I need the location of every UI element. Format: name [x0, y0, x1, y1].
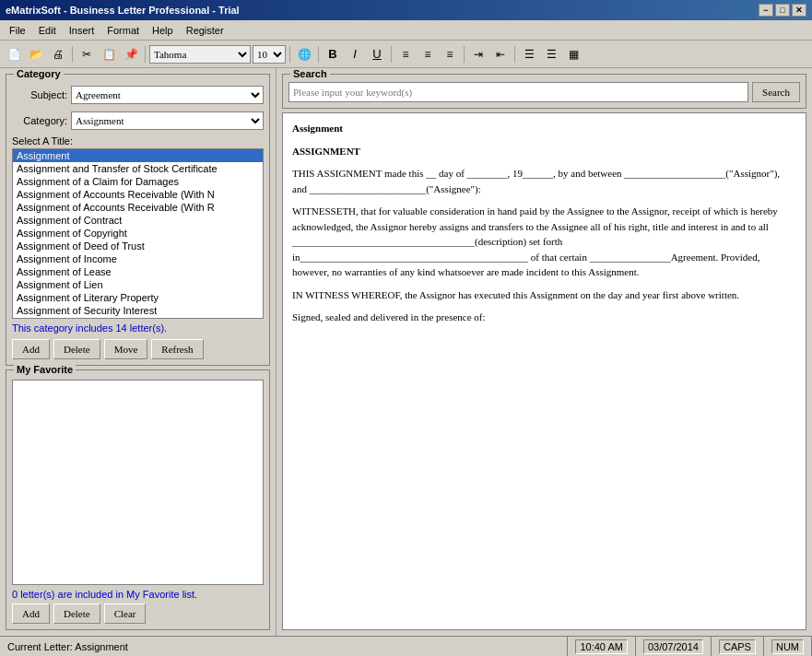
letter-paragraph: WITNESSETH, that for valuable considerat… — [292, 204, 796, 280]
menu-format[interactable]: Format — [101, 23, 145, 38]
list-item[interactable]: Assignment of Lien — [13, 278, 263, 291]
toolbar-separator-3 — [289, 46, 290, 63]
category-count: This category includes 14 letter(s). — [12, 322, 264, 334]
toolbar: 📄 📂 🖨 ✂ 📋 📌 Tahoma 10 🌐 B I U ≡ ≡ ≡ ⇥ ⇤ … — [0, 41, 812, 68]
bold-button[interactable]: B — [323, 44, 343, 64]
toolbar-separator-5 — [391, 46, 392, 63]
list-item[interactable]: Assignment of a Claim for Damages — [13, 175, 263, 188]
globe-button[interactable]: 🌐 — [294, 44, 314, 64]
select-title-label: Select A Title: — [12, 135, 264, 146]
time-display: 10:40 AM — [575, 639, 627, 654]
num-segment: NUM — [764, 637, 812, 656]
favorite-group: My Favorite 0 letter(s) are included in … — [6, 369, 270, 630]
fav-clear-button[interactable]: Clear — [104, 603, 147, 624]
close-button[interactable]: ✕ — [792, 4, 806, 17]
letter-body: THIS ASSIGNMENT made this __ day of ____… — [292, 166, 796, 325]
numlist-button[interactable]: ☰ — [541, 44, 561, 64]
menu-register[interactable]: Register — [181, 23, 229, 38]
list-item[interactable]: Assignment of Income — [13, 252, 263, 265]
left-panel: Category Subject: Agreement Category: As… — [0, 68, 277, 636]
category-group-title: Category — [14, 68, 64, 79]
letter-content: Assignment ASSIGNMENT THIS ASSIGNMENT ma… — [282, 112, 806, 630]
underline-button[interactable]: U — [367, 44, 387, 64]
title-bar-buttons: − □ ✕ — [759, 4, 806, 17]
caps-display: CAPS — [719, 639, 756, 654]
category-row: Category: Assignment — [12, 111, 264, 130]
add-button[interactable]: Add — [12, 339, 50, 359]
maximize-button[interactable]: □ — [775, 4, 790, 17]
current-letter-text: Current Letter: Assignment — [7, 641, 128, 652]
italic-button[interactable]: I — [345, 44, 365, 64]
paste-button[interactable]: 📌 — [121, 44, 141, 64]
search-button[interactable]: Search — [752, 82, 800, 102]
right-panel: Search Search Assignment ASSIGNMENT THIS… — [277, 68, 812, 636]
list-item[interactable]: Assignment and Transfer of Stock Certifi… — [13, 162, 263, 175]
list-item[interactable]: Assignment of Contract — [13, 214, 263, 227]
indent-button[interactable]: ⇥ — [468, 44, 488, 64]
date-segment: 03/07/2014 — [636, 637, 712, 656]
current-letter-segment: Current Letter: Assignment — [0, 637, 568, 656]
menu-edit[interactable]: Edit — [33, 23, 62, 38]
title-bar: eMatrixSoft - Business Letter Profession… — [0, 0, 812, 20]
letter-subtitle: ASSIGNMENT — [292, 144, 796, 159]
list-item[interactable]: Assignment of Lease — [13, 265, 263, 278]
toolbar-separator-6 — [464, 46, 465, 63]
list-item[interactable]: Assignment of Copyright — [13, 227, 263, 240]
toolbar-separator-4 — [318, 46, 319, 63]
list-item[interactable]: Assignment of Accounts Receivable (With … — [13, 188, 263, 201]
favorite-group-title: My Favorite — [14, 364, 76, 375]
align-right-button[interactable]: ≡ — [440, 44, 460, 64]
refresh-button[interactable]: Refresh — [151, 339, 203, 359]
list-button[interactable]: ☰ — [519, 44, 539, 64]
menu-file[interactable]: File — [4, 23, 31, 38]
category-select[interactable]: Assignment — [71, 111, 264, 130]
search-group: Search Search — [282, 74, 806, 109]
title-bar-text: eMatrixSoft - Business Letter Profession… — [6, 5, 240, 16]
outdent-button[interactable]: ⇤ — [490, 44, 511, 64]
copy-button[interactable]: 📋 — [99, 44, 119, 64]
caps-segment: CAPS — [712, 637, 764, 656]
align-center-button[interactable]: ≡ — [418, 44, 438, 64]
subject-select[interactable]: Agreement — [71, 86, 264, 104]
font-size-select[interactable]: 10 — [253, 45, 286, 64]
menu-bar: File Edit Insert Format Help Register — [0, 20, 812, 41]
list-item[interactable]: Assignment of Accounts Receivable (With … — [13, 201, 263, 214]
move-button[interactable]: Move — [104, 339, 148, 359]
toolbar-separator-1 — [72, 46, 73, 63]
menu-help[interactable]: Help — [147, 23, 179, 38]
font-name-select[interactable]: Tahoma — [149, 45, 251, 64]
fav-add-button[interactable]: Add — [12, 603, 50, 624]
letter-title: Assignment — [292, 121, 796, 136]
date-display: 03/07/2014 — [643, 639, 703, 654]
subject-row: Subject: Agreement — [12, 86, 264, 104]
status-bar: Current Letter: Assignment 10:40 AM 03/0… — [0, 636, 812, 656]
search-group-title: Search — [290, 68, 330, 79]
list-item[interactable]: Assignment of Security Interest — [13, 304, 263, 317]
align-left-button[interactable]: ≡ — [395, 44, 416, 64]
category-btn-row: Add Delete Move Refresh — [12, 339, 264, 359]
time-segment: 10:40 AM — [568, 637, 635, 656]
menu-insert[interactable]: Insert — [64, 23, 100, 38]
delete-button[interactable]: Delete — [53, 339, 100, 359]
toolbar-separator-7 — [514, 46, 515, 63]
toolbar-separator-2 — [145, 46, 146, 63]
list-item[interactable]: Assignment — [13, 149, 263, 162]
open-button[interactable]: 📂 — [26, 44, 46, 64]
title-listbox[interactable]: AssignmentAssignment and Transfer of Sto… — [12, 148, 264, 319]
favorite-count: 0 letter(s) are included in My Favorite … — [12, 589, 264, 600]
favorite-btn-row: Add Delete Clear — [12, 603, 264, 624]
favorite-listbox[interactable] — [12, 380, 264, 585]
subject-label: Subject: — [12, 89, 67, 100]
cut-button[interactable]: ✂ — [76, 44, 97, 64]
list-item[interactable]: Assignment of Deed of Trust — [13, 240, 263, 252]
new-button[interactable]: 📄 — [4, 44, 24, 64]
table-button[interactable]: ▦ — [563, 44, 583, 64]
letter-paragraph: THIS ASSIGNMENT made this __ day of ____… — [292, 166, 796, 196]
fav-delete-button[interactable]: Delete — [53, 603, 100, 624]
letter-paragraph: Signed, sealed and delivered in the pres… — [292, 310, 796, 325]
list-item[interactable]: Assignment of Literary Property — [13, 291, 263, 304]
search-input[interactable] — [288, 82, 748, 102]
minimize-button[interactable]: − — [759, 4, 773, 17]
print-button[interactable]: 🖨 — [48, 44, 68, 64]
list-item[interactable]: Assignment of Trademark — [13, 317, 263, 319]
